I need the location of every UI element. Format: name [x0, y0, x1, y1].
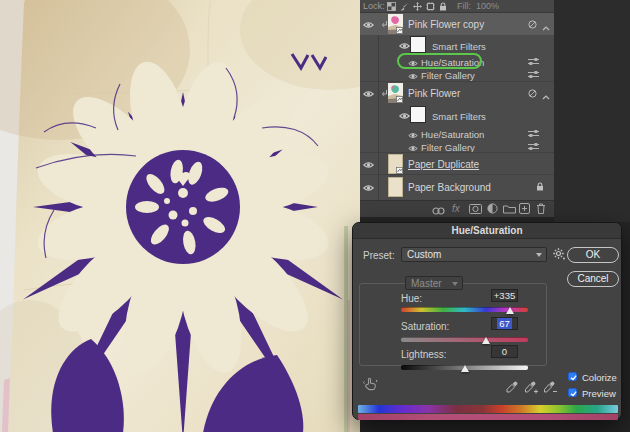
lock-label: Lock:	[363, 1, 385, 11]
gear-icon[interactable]	[553, 248, 565, 262]
preview-label[interactable]: Preview	[582, 388, 616, 399]
eyedropper-icon[interactable]	[506, 381, 518, 395]
lightness-label: Lightness:	[401, 349, 447, 360]
chevron-down-icon	[452, 282, 458, 286]
filter-row-hue-saturation[interactable]: Hue/Saturation	[360, 127, 554, 140]
layer-name[interactable]: Paper Duplicate	[408, 159, 479, 170]
result-color-bar	[358, 414, 618, 420]
transparency-lock-icon[interactable]	[387, 2, 396, 13]
filter-row-hue-saturation[interactable]: Hue/Saturation	[360, 55, 554, 68]
cancel-button[interactable]: Cancel	[567, 271, 619, 287]
lightness-slider[interactable]	[401, 365, 528, 370]
layer-row-pink-flower[interactable]: Pink Flower	[360, 82, 554, 103]
checkmark-icon	[571, 376, 576, 380]
channel-value: Master	[411, 278, 442, 289]
dialog-title: Hue/Saturation	[353, 223, 621, 239]
saturation-value-field[interactable]: 67	[491, 317, 518, 330]
layers-panel: Lock: Fill: 100% Pink Flower copy Smart …	[360, 0, 554, 217]
eyedropper-minus-icon[interactable]	[544, 381, 557, 396]
move-lock-icon[interactable]	[413, 2, 422, 13]
eye-icon[interactable]	[399, 111, 410, 122]
smart-filters-label[interactable]: Smart Filters	[432, 41, 486, 52]
layer-name[interactable]: Pink Flower	[408, 88, 460, 99]
clip-arrow-icon	[381, 89, 388, 100]
filter-name[interactable]: Hue/Saturation	[421, 129, 484, 140]
canvas-area[interactable]	[0, 0, 360, 432]
lock-icon[interactable]	[439, 2, 447, 13]
chevron-down-icon	[536, 253, 542, 257]
layer-thumbnail[interactable]	[388, 83, 403, 105]
adjustment-layer-icon[interactable]	[487, 203, 498, 216]
layer-row-pink-flower-copy[interactable]: Pink Flower copy	[360, 13, 554, 35]
fill-label: Fill:	[457, 1, 471, 11]
smart-filter-toggle-icon[interactable]	[528, 89, 537, 100]
filter-name[interactable]: Hue/Saturation	[421, 57, 484, 68]
collapse-chevron-icon[interactable]	[542, 22, 550, 33]
link-layers-icon[interactable]	[432, 206, 445, 217]
channel-select[interactable]: Master	[405, 276, 463, 290]
smart-filters-row[interactable]: Smart Filters	[360, 35, 554, 55]
filter-mask-thumbnail[interactable]	[410, 106, 426, 125]
photoshop-workspace: Lock: Fill: 100% Pink Flower copy Smart …	[0, 0, 630, 432]
layer-row-paper-duplicate[interactable]: Paper Duplicate	[360, 153, 554, 174]
layer-lock-bar: Lock: Fill: 100%	[360, 0, 554, 13]
on-image-adjust-icon[interactable]	[363, 377, 378, 393]
eye-icon[interactable]	[363, 89, 374, 100]
hue-spectrum-bar	[358, 405, 618, 413]
hue-slider-handle[interactable]	[506, 307, 514, 314]
filter-name[interactable]: Filter Gallery	[421, 142, 475, 153]
artboard-lock-icon[interactable]	[426, 2, 435, 13]
layers-panel-footer: fx	[360, 200, 554, 217]
layer-name[interactable]: Paper Background	[408, 182, 491, 193]
new-layer-icon[interactable]	[519, 203, 530, 216]
brush-lock-icon[interactable]	[400, 2, 409, 13]
eye-icon[interactable]	[363, 183, 374, 194]
fill-value[interactable]: 100%	[476, 1, 499, 11]
filter-row-filter-gallery[interactable]: Filter Gallery	[360, 68, 554, 81]
saturation-slider-handle[interactable]	[482, 337, 490, 344]
layer-thumbnail[interactable]	[388, 154, 403, 176]
adjustment-sliders-icon[interactable]	[528, 129, 539, 140]
layer-thumbnail[interactable]	[388, 14, 403, 36]
layer-row-paper-background[interactable]: Paper Background	[360, 175, 554, 198]
hue-saturation-dialog: Hue/Saturation Preset: Custom OK Cancel …	[352, 222, 622, 420]
filter-mask-thumbnail[interactable]	[410, 36, 426, 55]
saturation-label: Saturation:	[401, 321, 449, 332]
layer-effects-icon[interactable]: fx	[452, 203, 460, 214]
smart-filter-toggle-icon[interactable]	[528, 20, 537, 31]
eye-icon[interactable]	[399, 41, 410, 52]
ok-button[interactable]: OK	[567, 247, 619, 263]
eyedropper-plus-icon[interactable]	[525, 381, 538, 396]
clip-arrow-icon	[381, 20, 388, 31]
adjustment-sliders-icon[interactable]	[528, 57, 539, 68]
saturation-slider[interactable]	[401, 337, 528, 342]
layer-mask-icon[interactable]	[469, 204, 482, 216]
flower-artwork-image	[0, 0, 360, 432]
colorize-label[interactable]: Colorize	[582, 372, 617, 383]
smart-filters-label[interactable]: Smart Filters	[432, 111, 486, 122]
lightness-value-field[interactable]: 0	[491, 345, 518, 358]
eye-icon[interactable]	[363, 20, 374, 31]
layer-name[interactable]: Pink Flower copy	[408, 19, 484, 30]
lightness-slider-handle[interactable]	[461, 365, 469, 372]
eye-icon[interactable]	[363, 160, 374, 171]
lightness-value: 0	[502, 346, 507, 357]
channel-group-box	[359, 283, 547, 366]
hue-value-field[interactable]: +335	[491, 289, 518, 302]
preset-select[interactable]: Custom	[401, 247, 547, 262]
smart-filters-row[interactable]: Smart Filters	[360, 104, 554, 126]
saturation-value: 67	[497, 318, 512, 329]
collapse-chevron-icon[interactable]	[542, 91, 550, 102]
hue-label: Hue:	[401, 293, 422, 304]
colorize-checkbox[interactable]	[568, 372, 577, 381]
delete-layer-icon[interactable]	[536, 203, 546, 216]
filter-name[interactable]: Filter Gallery	[421, 70, 475, 81]
preview-checkbox[interactable]	[568, 388, 577, 397]
lock-icon	[536, 182, 544, 193]
group-folder-icon[interactable]	[503, 204, 516, 216]
layer-thumbnail[interactable]	[388, 177, 403, 199]
hue-slider[interactable]	[401, 307, 528, 312]
adjustment-sliders-icon[interactable]	[528, 70, 539, 81]
preset-label: Preset:	[363, 250, 395, 261]
checkmark-icon	[571, 392, 576, 396]
